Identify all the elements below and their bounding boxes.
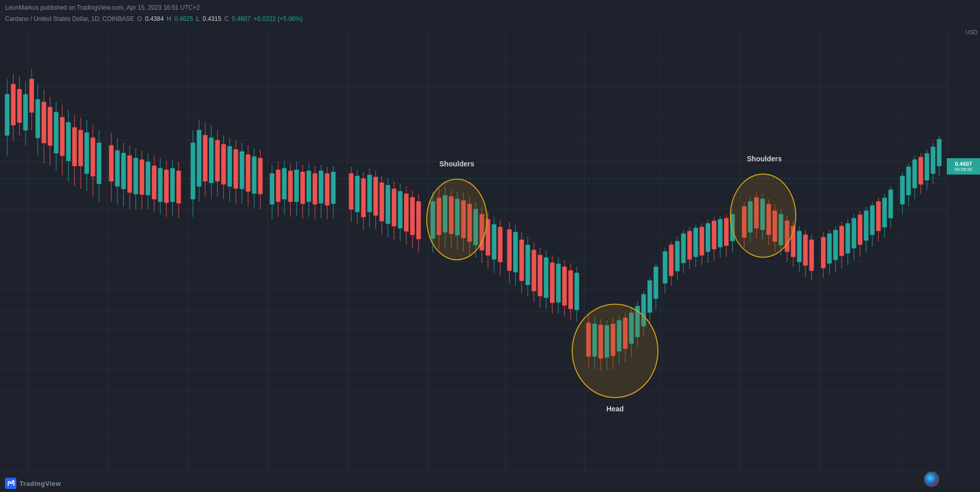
svg-rect-300: [889, 190, 893, 218]
svg-rect-310: [925, 154, 929, 180]
x-axis: [0, 472, 947, 492]
price-label-time: 09:08:55: [954, 167, 972, 172]
y-axis-currency: USD: [966, 29, 977, 35]
svg-rect-150: [398, 191, 402, 228]
right-shoulder-circle: [730, 174, 796, 258]
svg-rect-278: [821, 237, 825, 268]
svg-rect-110: [258, 158, 262, 194]
svg-rect-116: [282, 168, 286, 199]
svg-rect-34: [11, 84, 15, 125]
svg-rect-40: [30, 79, 34, 112]
price-label-value: 0.4607: [955, 161, 972, 167]
svg-rect-44: [42, 102, 46, 143]
close-value: 0.4607: [232, 15, 251, 22]
svg-rect-114: [276, 170, 280, 202]
svg-rect-108: [252, 157, 256, 193]
low-label: L: [196, 15, 200, 22]
svg-rect-308: [919, 157, 923, 184]
svg-rect-296: [876, 202, 880, 231]
svg-rect-124: [307, 171, 311, 202]
svg-rect-38: [23, 94, 28, 130]
svg-rect-120: [295, 170, 299, 202]
svg-rect-62: [97, 143, 101, 184]
svg-rect-192: [538, 255, 542, 296]
svg-rect-248: [718, 219, 722, 247]
change-value: +0.0222 (+5.06%): [254, 15, 303, 22]
svg-rect-82: [164, 170, 168, 203]
right-shoulder-label: Shoulders: [725, 155, 804, 163]
y-axis: USD: [947, 28, 980, 472]
low-value: 0.4315: [203, 15, 222, 22]
svg-rect-80: [158, 168, 162, 202]
svg-rect-104: [240, 152, 244, 189]
svg-rect-122: [301, 172, 305, 204]
svg-rect-238: [688, 231, 692, 259]
svg-rect-136: [355, 176, 359, 212]
svg-rect-72: [134, 158, 138, 194]
svg-rect-240: [694, 228, 698, 257]
svg-rect-202: [569, 270, 573, 309]
svg-rect-276: [810, 240, 814, 270]
svg-rect-190: [532, 250, 536, 291]
svg-rect-58: [85, 133, 89, 174]
svg-rect-280: [827, 234, 831, 263]
svg-rect-284: [840, 226, 844, 256]
svg-rect-180: [498, 227, 502, 262]
svg-rect-178: [492, 225, 496, 259]
svg-rect-106: [246, 155, 250, 191]
header-bar: LeonMarkus published on TradingView.com,…: [0, 0, 980, 15]
svg-rect-126: [313, 174, 317, 204]
svg-rect-134: [349, 174, 353, 209]
svg-rect-102: [234, 150, 238, 188]
svg-rect-204: [575, 273, 579, 310]
svg-rect-298: [883, 198, 887, 227]
svg-rect-88: [191, 143, 195, 199]
svg-rect-184: [513, 232, 518, 272]
svg-rect-66: [115, 151, 119, 186]
globe-icon: [924, 472, 939, 487]
ohlc-bar: Cardano / United States Dollar, 1D, COIN…: [5, 15, 303, 22]
svg-rect-96: [215, 140, 219, 181]
tradingview-logo: TradingView: [5, 478, 61, 489]
svg-rect-148: [392, 189, 396, 226]
svg-rect-90: [197, 130, 201, 186]
svg-rect-74: [140, 160, 144, 194]
svg-rect-226: [648, 281, 652, 312]
svg-rect-64: [109, 145, 113, 181]
high-label: H: [167, 15, 172, 22]
svg-rect-76: [146, 162, 150, 195]
svg-rect-144: [380, 183, 384, 221]
svg-rect-186: [520, 240, 524, 281]
svg-rect-242: [700, 227, 704, 255]
svg-rect-244: [706, 224, 710, 252]
svg-rect-32: [5, 94, 9, 135]
svg-rect-306: [913, 160, 917, 188]
svg-rect-70: [128, 156, 132, 192]
svg-rect-86: [177, 171, 181, 203]
svg-rect-294: [870, 206, 874, 235]
svg-rect-200: [562, 267, 567, 305]
svg-rect-228: [654, 267, 658, 299]
trading-pair: Cardano / United States Dollar, 1D, COIN…: [5, 15, 134, 22]
svg-rect-282: [834, 230, 838, 260]
svg-rect-312: [931, 147, 935, 174]
svg-rect-60: [91, 138, 95, 176]
svg-rect-272: [797, 231, 801, 262]
svg-rect-52: [66, 122, 70, 161]
svg-rect-156: [416, 202, 421, 239]
close-label: C: [225, 15, 229, 22]
svg-rect-140: [368, 175, 372, 212]
svg-rect-48: [54, 112, 58, 153]
chart-container: LeonMarkus published on TradingView.com,…: [0, 0, 980, 492]
svg-rect-118: [288, 171, 292, 202]
left-shoulder-label: Shoulders: [419, 160, 495, 168]
svg-rect-132: [331, 172, 335, 204]
svg-rect-230: [663, 252, 667, 283]
svg-rect-236: [681, 234, 685, 263]
publisher-info: LeonMarkus published on TradingView.com,…: [5, 4, 200, 11]
svg-rect-128: [319, 171, 323, 203]
svg-rect-94: [209, 138, 213, 183]
tv-logo-icon: [5, 478, 16, 489]
tv-logo-text: TradingView: [19, 480, 61, 487]
svg-rect-292: [864, 211, 868, 240]
